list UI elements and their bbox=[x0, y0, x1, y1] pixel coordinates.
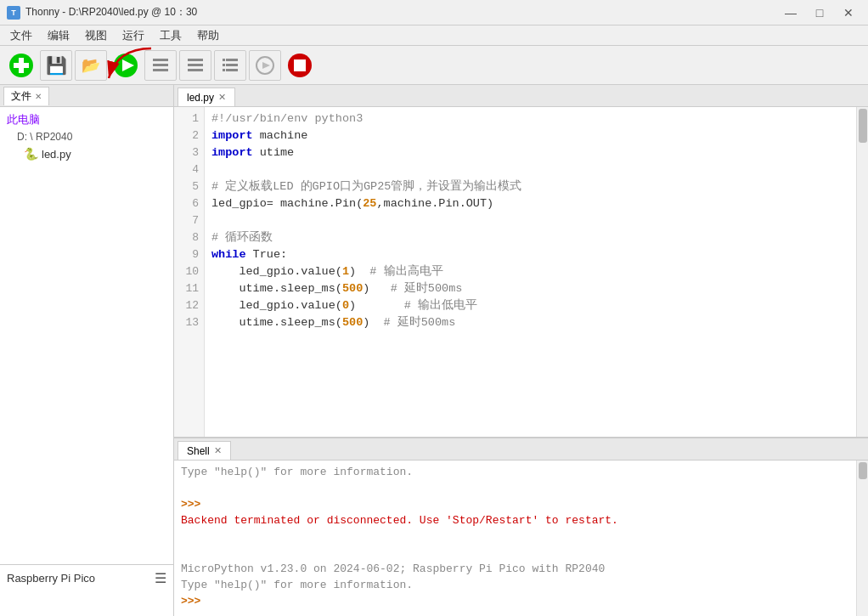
svg-rect-5 bbox=[153, 59, 168, 61]
shell-tab[interactable]: Shell ✕ bbox=[178, 441, 231, 460]
files-tab-bar: 文件 ✕ bbox=[0, 85, 173, 107]
editor-right: led.py ✕ 12345 678910 111213 #!/usr/bin/… bbox=[174, 85, 868, 616]
shell-line-4: Backend terminated or disconnected. Use … bbox=[181, 512, 849, 528]
svg-rect-16 bbox=[223, 69, 225, 71]
code-line-13: utime.sleep_ms(500) # 延时500ms bbox=[211, 314, 849, 331]
svg-rect-11 bbox=[226, 59, 238, 61]
files-tab-close[interactable]: ✕ bbox=[35, 92, 42, 101]
svg-marker-18 bbox=[262, 62, 270, 69]
editor-content[interactable]: 12345 678910 111213 #!/usr/bin/env pytho… bbox=[174, 107, 868, 437]
new-button[interactable] bbox=[5, 50, 37, 81]
shell-line-1: Type "help()" for more information. bbox=[181, 464, 849, 480]
svg-rect-10 bbox=[188, 69, 203, 71]
shell-line-2 bbox=[181, 480, 849, 496]
menu-tools[interactable]: 工具 bbox=[153, 26, 189, 45]
maximize-button[interactable]: □ bbox=[807, 3, 832, 23]
line-numbers: 12345 678910 111213 bbox=[174, 107, 205, 437]
shell-line-6 bbox=[181, 545, 849, 561]
editor-scrollbar-thumb[interactable] bbox=[859, 109, 867, 143]
debug3-button[interactable] bbox=[214, 50, 246, 81]
save-button[interactable]: 💾 bbox=[40, 50, 72, 81]
editor-tab-close[interactable]: ✕ bbox=[218, 92, 226, 103]
editor-scrollbar[interactable] bbox=[856, 107, 868, 437]
app-icon: T bbox=[7, 6, 20, 20]
main-container: 文件 ✕ 此电脑 D: \ RP2040 🐍 led.py Raspberry … bbox=[0, 85, 868, 616]
debug1-button[interactable] bbox=[144, 50, 177, 81]
svg-rect-9 bbox=[188, 64, 203, 66]
code-line-11: utime.sleep_ms(500) # 延时500ms bbox=[211, 280, 849, 297]
menu-view[interactable]: 视图 bbox=[78, 26, 114, 45]
window-controls: — □ ✕ bbox=[778, 3, 861, 23]
shell-tab-close[interactable]: ✕ bbox=[214, 445, 222, 456]
shell-line-9: >>> bbox=[181, 593, 849, 609]
code-line-3: import utime bbox=[211, 144, 849, 161]
menu-help[interactable]: 帮助 bbox=[190, 26, 226, 45]
svg-rect-8 bbox=[188, 59, 203, 61]
menu-edit[interactable]: 编辑 bbox=[41, 26, 76, 45]
shell-tab-bar: Shell ✕ bbox=[174, 438, 868, 461]
menu-run[interactable]: 运行 bbox=[116, 26, 151, 45]
code-line-4 bbox=[211, 161, 849, 178]
file-path[interactable]: D: \ RP2040 bbox=[0, 129, 173, 144]
svg-rect-12 bbox=[226, 64, 238, 66]
code-line-10: led_gpio.value(1) # 输出高电平 bbox=[211, 263, 849, 280]
led-py-file[interactable]: 🐍 led.py bbox=[0, 144, 173, 163]
title-left: T Thonny - D:\RP2040\led.py @ 10：30 bbox=[7, 5, 197, 20]
code-line-2: import machine bbox=[211, 127, 849, 144]
code-line-8: # 循环函数 bbox=[211, 229, 849, 246]
shell-line-8: Type "help()" for more information. bbox=[181, 577, 849, 593]
step-over-button[interactable] bbox=[249, 50, 281, 81]
menu-file[interactable]: 文件 bbox=[3, 26, 39, 45]
code-line-6: led_gpio= machine.Pin(25,machine.Pin.OUT… bbox=[211, 195, 849, 212]
code-area[interactable]: #!/usr/bin/env python3 import machine im… bbox=[205, 107, 856, 437]
debug2-button[interactable] bbox=[179, 50, 211, 81]
window-title: Thonny - D:\RP2040\led.py @ 10：30 bbox=[25, 5, 197, 20]
minimize-button[interactable]: — bbox=[778, 3, 803, 23]
shell-content[interactable]: Type "help()" for more information. >>> … bbox=[174, 461, 868, 616]
sidebar: 文件 ✕ 此电脑 D: \ RP2040 🐍 led.py Raspberry … bbox=[0, 85, 174, 616]
svg-rect-7 bbox=[153, 69, 168, 71]
code-line-7 bbox=[211, 212, 849, 229]
toolbar: 💾 📂 bbox=[0, 46, 868, 85]
editor-tab-ledpy[interactable]: led.py ✕ bbox=[178, 88, 235, 106]
shell-line-7: MicroPython v1.23.0 on 2024-06-02; Raspb… bbox=[181, 561, 849, 577]
run-button[interactable] bbox=[110, 50, 142, 81]
file-tree: 此电脑 D: \ RP2040 🐍 led.py bbox=[0, 107, 173, 167]
open-button[interactable]: 📂 bbox=[75, 50, 107, 81]
split-area: 文件 ✕ 此电脑 D: \ RP2040 🐍 led.py Raspberry … bbox=[0, 85, 868, 616]
code-line-12: led_gpio.value(0) # 输出低电平 bbox=[211, 297, 849, 314]
files-tab[interactable]: 文件 ✕ bbox=[3, 87, 49, 105]
shell-area: Shell ✕ Type "help()" for more informati… bbox=[174, 438, 868, 616]
shell-line-5 bbox=[181, 528, 849, 545]
menu-bar: 文件 编辑 视图 运行 工具 帮助 bbox=[0, 25, 868, 46]
shell-scrollbar-thumb[interactable] bbox=[859, 462, 867, 479]
svg-rect-2 bbox=[14, 63, 29, 68]
rpi-label: Raspberry Pi Pico ☰ bbox=[3, 568, 170, 588]
svg-rect-15 bbox=[223, 64, 225, 66]
svg-rect-6 bbox=[153, 64, 168, 66]
close-button[interactable]: ✕ bbox=[836, 3, 861, 23]
shell-scrollbar[interactable] bbox=[856, 461, 868, 616]
editor-pane: led.py ✕ 12345 678910 111213 #!/usr/bin/… bbox=[174, 85, 868, 438]
code-line-1: #!/usr/bin/env python3 bbox=[211, 110, 849, 127]
title-bar: T Thonny - D:\RP2040\led.py @ 10：30 — □ … bbox=[0, 0, 868, 25]
editor-tabs: led.py ✕ bbox=[174, 85, 868, 107]
rpi-panel: Raspberry Pi Pico ☰ bbox=[0, 565, 173, 616]
files-panel: 文件 ✕ 此电脑 D: \ RP2040 🐍 led.py bbox=[0, 85, 173, 565]
code-line-9: while True: bbox=[211, 246, 849, 263]
rpi-menu-icon[interactable]: ☰ bbox=[155, 570, 166, 586]
svg-rect-13 bbox=[226, 69, 238, 71]
stop-button[interactable] bbox=[284, 50, 316, 81]
code-line-5: # 定义板载LED 的GPIO口为GP25管脚，并设置为输出模式 bbox=[211, 178, 849, 195]
svg-rect-14 bbox=[223, 59, 225, 61]
python-file-icon: 🐍 bbox=[24, 147, 38, 161]
shell-line-3: >>> bbox=[181, 496, 849, 512]
shell-text[interactable]: Type "help()" for more information. >>> … bbox=[174, 461, 856, 616]
this-computer[interactable]: 此电脑 bbox=[0, 110, 173, 129]
svg-rect-20 bbox=[294, 59, 306, 71]
